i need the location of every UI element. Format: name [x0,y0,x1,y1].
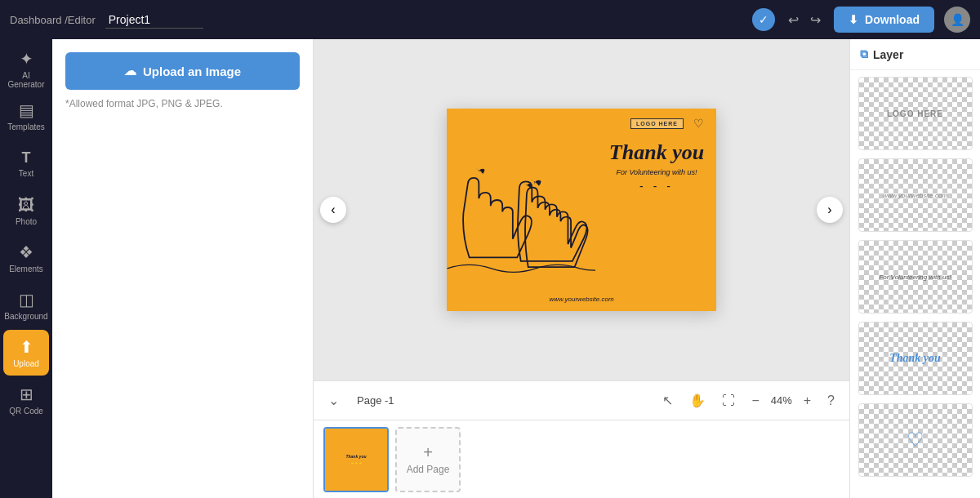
back-button[interactable]: Dashboard /Editor [10,14,96,26]
sidebar-item-elements-label: Elements [9,265,43,273]
layer-card-heart[interactable]: ♡ [858,403,973,477]
project-title-input[interactable] [105,11,203,29]
sidebar-item-qr-code-label: QR Code [9,407,43,416]
select-tool-button[interactable]: ↖ [657,388,678,413]
design-thank-you-text[interactable]: Thank you [604,141,710,165]
layer-card-thank-you-text: Thank you [889,352,941,365]
sidebar-item-photo-label: Photo [16,217,37,226]
zoom-out-button[interactable]: − [746,389,764,413]
design-logo-box[interactable]: LOGO HERE [630,118,684,129]
layer-card-vol-text: For Volunteering with us! [879,273,951,281]
design-card: LOGO HERE ♡ [447,109,716,311]
canvas-workspace: ‹ LOGO HERE ♡ [314,39,849,380]
page-thumbnail-1[interactable]: Thank you 🤚🤚🤚 [323,427,389,492]
add-page-button[interactable]: + Add Page [395,427,461,492]
sidebar-item-elements[interactable]: ❖ Elements [3,235,49,281]
left-sidebar: ✦ AIGenerator ▤ Templates T Text 🖼 Photo… [0,39,52,498]
fullscreen-button[interactable]: ⛶ [717,389,740,413]
layer-card-url[interactable]: www.yourwebsite.com [858,158,973,232]
download-button[interactable]: ⬇ Download [834,7,934,33]
design-website-text[interactable]: www.yourwebsite.com [549,296,613,303]
sidebar-item-upload[interactable]: ⬆ Upload [3,330,49,376]
zoom-level: 44% [771,394,792,407]
photo-icon: 🖼 [18,196,34,215]
sidebar-item-templates[interactable]: ▤ Templates [3,93,49,139]
sidebar-item-qr-code[interactable]: ⊞ QR Code [3,377,49,423]
layer-card-thank-you[interactable]: Thank you [858,322,973,395]
design-text-area: Thank you For Volunteering with us! - - … [604,141,710,193]
sidebar-item-photo[interactable]: 🖼 Photo [3,188,49,233]
user-avatar[interactable]: 👤 [944,7,970,33]
canvas-container: LOGO HERE ♡ [447,109,716,311]
download-label: Download [865,13,920,26]
sidebar-item-text[interactable]: T Text [3,140,49,186]
bottom-toolbar: ⌄ Page -1 ↖ ✋ ⛶ − 44% + ? [314,380,849,420]
layer-card-volunteering[interactable]: For Volunteering with us! [858,240,973,313]
upload-cloud-icon: ☁ [124,64,136,78]
help-button[interactable]: ? [822,389,840,413]
undo-button[interactable]: ↩ [785,9,802,31]
ai-generator-icon: ✦ [20,49,33,69]
layer-cards: LOGO HERE www.yourwebsite.com For Volunt… [850,70,980,483]
add-page-label: Add Page [407,464,450,475]
thumbnail-image-1: Thank you 🤚🤚🤚 [323,427,389,492]
templates-icon: ▤ [19,100,34,120]
design-heart-top-icon: ♡ [693,117,704,130]
design-dash: - - - [604,180,710,193]
text-icon: T [22,149,31,167]
undo-redo-group: ↩ ↪ [785,9,824,31]
right-panel-header: ⧉ Layer [850,39,980,70]
zoom-in-button[interactable]: + [799,389,816,413]
upload-hint: *Allowed format JPG, PNG & JPEG. [65,98,300,109]
layer-card-url-text: www.yourwebsite.com [883,192,947,199]
redo-button[interactable]: ↪ [807,9,824,31]
thumbnails-bar: Thank you 🤚🤚🤚 + Add Page [314,420,849,498]
sidebar-item-ai-generator[interactable]: ✦ AIGenerator [3,46,49,91]
sidebar-item-text-label: Text [19,169,33,178]
layer-icon: ⧉ [860,47,868,61]
sidebar-item-background-label: Background [4,312,47,321]
right-panel-title: Layer [873,48,903,61]
canvas-next-button[interactable]: › [817,197,843,223]
add-page-plus-icon: + [423,444,433,460]
right-panel: ⧉ Layer LOGO HERE www.yourwebsite.com Fo… [849,39,980,498]
upload-panel: ☁ Upload an Image *Allowed format JPG, P… [52,39,314,498]
hand-tool-button[interactable]: ✋ [684,388,710,413]
download-icon: ⬇ [849,13,858,26]
qr-code-icon: ⊞ [20,385,33,404]
check-button[interactable]: ✓ [752,8,775,31]
sidebar-item-upload-label: Upload [13,359,39,368]
main-layout: ✦ AIGenerator ▤ Templates T Text 🖼 Photo… [0,39,980,498]
design-subtitle-text[interactable]: For Volunteering with us! [604,168,710,176]
elements-icon: ❖ [19,242,33,262]
upload-image-button[interactable]: ☁ Upload an Image [65,52,300,90]
layer-card-logo-text: LOGO HERE [887,109,943,118]
canvas-area: ‹ LOGO HERE ♡ [314,39,849,498]
sidebar-item-templates-label: Templates [7,122,45,131]
sidebar-item-background[interactable]: ◫ Background [3,282,49,328]
check-icon: ✓ [759,13,768,26]
design-hands-illustration [447,125,595,287]
upload-icon: ⬆ [20,337,33,357]
upload-image-label: Upload an Image [143,64,241,78]
sidebar-item-ai-generator-label: AIGenerator [7,71,44,89]
topbar: Dashboard /Editor ✓ ↩ ↪ ⬇ Download 👤 [0,0,980,39]
layer-card-heart-icon: ♡ [906,429,924,451]
background-icon: ◫ [19,290,34,309]
canvas-prev-button[interactable]: ‹ [320,197,346,223]
collapse-toolbar-button[interactable]: ⌄ [323,388,344,413]
page-label: Page -1 [357,394,394,407]
layer-card-logo[interactable]: LOGO HERE [858,77,973,150]
